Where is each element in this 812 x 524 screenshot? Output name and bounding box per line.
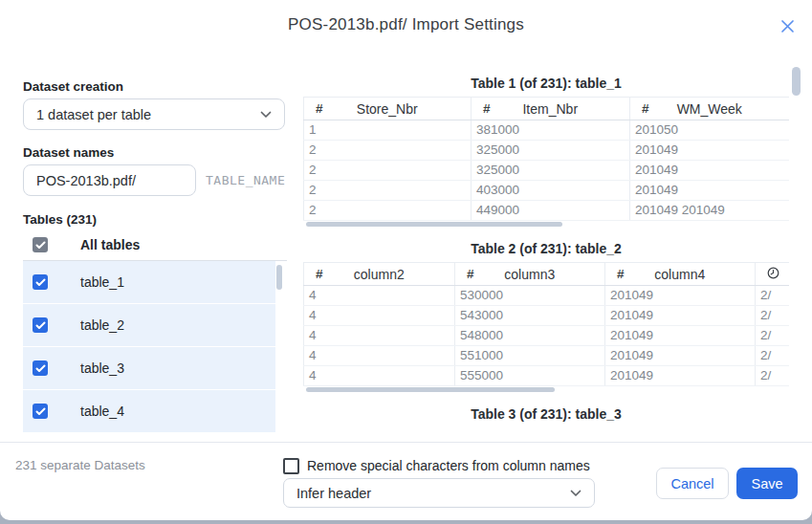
column-header[interactable]: #Item_Nbr	[471, 98, 629, 120]
close-icon[interactable]	[778, 16, 797, 35]
table-row: 45510002010492/	[303, 346, 789, 366]
scrollbar-thumb[interactable]	[792, 67, 801, 96]
table-cell: 551000	[454, 346, 604, 365]
table-row: 2325000201049	[303, 141, 789, 161]
chevron-down-icon	[260, 111, 272, 119]
dataset-name-field-wrap	[23, 164, 196, 196]
table-row-label: table_2	[80, 317, 124, 333]
table-cell: 201049 201049	[629, 201, 789, 220]
table-row-table-4[interactable]: table_4	[23, 390, 275, 432]
save-button[interactable]: Save	[736, 468, 798, 499]
cancel-button[interactable]: Cancel	[656, 468, 729, 499]
numeric-type-icon: #	[642, 102, 649, 116]
dataset-creation-label: Dataset creation	[23, 79, 123, 94]
scrollbar-thumb[interactable]	[276, 265, 282, 290]
dataset-name-input[interactable]	[24, 173, 195, 188]
tables-count-header: Tables (231)	[23, 212, 97, 227]
column-name: Item_Nbr	[491, 101, 610, 117]
checkmark-icon	[35, 278, 46, 287]
checkmark-icon	[35, 364, 46, 373]
table-cell: 201049	[604, 366, 755, 385]
column-header[interactable]: #column4	[604, 263, 755, 285]
table-row: 45300002010492/	[303, 286, 789, 306]
remove-special-chars-label: Remove special characters from column na…	[307, 458, 590, 473]
table-row: 2403000201049	[303, 181, 789, 201]
dialog-title: POS-2013b.pdf/ Import Settings	[0, 15, 812, 34]
column-header[interactable]: #WM_Week	[629, 98, 789, 120]
table-cell: 2/	[755, 286, 789, 305]
table-cell: 530000	[454, 286, 604, 305]
column-header[interactable]: #column2	[303, 263, 454, 285]
table-2-checkbox[interactable]	[33, 317, 48, 333]
table-cell: 548000	[454, 326, 604, 345]
datetime-clock-icon	[767, 267, 779, 282]
column-header[interactable]: #column3	[454, 263, 604, 285]
table-row-label: table_3	[80, 360, 124, 376]
preview-table-1-title: Table 1 (of 231): table_1	[303, 76, 789, 91]
table-cell: 201049	[629, 141, 789, 160]
checkmark-icon	[35, 407, 46, 416]
chevron-down-icon	[570, 490, 582, 497]
column-name: column2	[323, 267, 435, 282]
table-cell: 325000	[471, 141, 629, 160]
table-row-label: table_4	[80, 404, 124, 419]
dataset-creation-value: 1 dataset per table	[24, 107, 260, 122]
tables-list-scrollbar[interactable]	[276, 265, 282, 429]
column-name: WM_Week	[649, 101, 770, 117]
dataset-names-label: Dataset names	[23, 145, 114, 160]
preview-table-2-title: Table 2 (of 231): table_2	[303, 241, 789, 256]
table-cell: 2/	[755, 346, 789, 365]
table-1-checkbox[interactable]	[33, 274, 48, 290]
table-cell: 1	[303, 120, 471, 140]
table-cell: 381000	[471, 120, 629, 140]
table-1-hscrollbar[interactable]	[306, 222, 562, 227]
all-tables-label: All tables	[80, 237, 140, 252]
table-row-table-1[interactable]: table_1	[23, 261, 275, 303]
preview-scrollbar[interactable]	[792, 65, 801, 434]
table-row: 45480002010492/	[303, 326, 789, 346]
footer-divider	[0, 442, 812, 443]
table-cell: 403000	[471, 181, 629, 200]
column-header[interactable]: #Store_Nbr	[303, 98, 471, 120]
table-cell: 2	[303, 181, 471, 200]
header-mode-value: Infer header	[284, 486, 570, 501]
all-tables-row[interactable]: All tables	[23, 230, 275, 259]
table-cell: 201049	[604, 346, 755, 365]
table-header-row: #Store_Nbr #Item_Nbr #WM_Week	[303, 97, 789, 120]
table-cell: 4	[303, 366, 454, 385]
column-name: Store_Nbr	[323, 101, 451, 117]
table-cell: 201049	[629, 181, 789, 200]
all-tables-checkbox[interactable]	[33, 237, 48, 252]
table-cell: 2/	[755, 306, 789, 325]
table-cell: 449000	[471, 201, 629, 220]
table-row-label: table_1	[80, 274, 124, 290]
table-row: 2449000201049 201049	[303, 201, 789, 221]
table-row-table-2[interactable]: table_2	[23, 304, 275, 346]
table-cell: 201050	[629, 120, 789, 140]
tables-list: table_1 table_2 table_3 table_4	[23, 261, 275, 433]
dataset-creation-select[interactable]: 1 dataset per table	[23, 98, 285, 130]
preview-table-2: #column2 #column3 #column4 4530000201049…	[303, 262, 789, 386]
table-cell: 543000	[454, 306, 604, 325]
column-header[interactable]	[755, 263, 789, 285]
table-cell: 201049	[604, 326, 755, 345]
column-name: column3	[474, 267, 585, 282]
remove-special-chars-checkbox[interactable]	[283, 458, 299, 474]
table-2-hscrollbar[interactable]	[306, 387, 555, 392]
table-cell: 2	[303, 141, 471, 160]
table-cell: 325000	[471, 161, 629, 180]
table-cell: 4	[303, 286, 454, 305]
import-settings-dialog: POS-2013b.pdf/ Import Settings Dataset c…	[0, 0, 812, 520]
numeric-type-icon: #	[617, 268, 625, 281]
table-header-row: #column2 #column3 #column4	[303, 262, 789, 286]
table-row: 45430002010492/	[303, 306, 789, 326]
table-row-table-3[interactable]: table_3	[23, 347, 275, 389]
datasets-summary: 231 separate Datasets	[15, 458, 145, 472]
numeric-type-icon: #	[316, 102, 323, 116]
header-mode-select[interactable]: Infer header	[283, 478, 595, 508]
preview-table-1: #Store_Nbr #Item_Nbr #WM_Week 1381000201…	[303, 97, 789, 221]
table-3-checkbox[interactable]	[33, 360, 48, 376]
table-cell: 555000	[454, 366, 604, 385]
numeric-type-icon: #	[316, 268, 323, 281]
table-4-checkbox[interactable]	[33, 404, 48, 419]
